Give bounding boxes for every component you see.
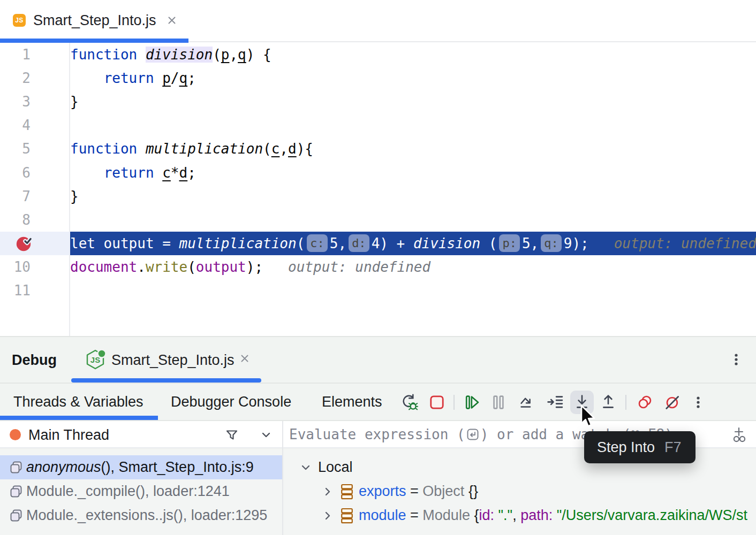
code-line: 11	[0, 279, 756, 302]
more-button[interactable]	[686, 391, 710, 414]
code-lines: 1function division(p,q) {2 return p/q;3}…	[0, 43, 756, 302]
breakpoint-verified-icon[interactable]	[16, 235, 32, 252]
debug-header: Debug JS Smart_Step_Into.js	[0, 336, 756, 384]
mute-breakpoints-button[interactable]	[661, 391, 684, 414]
frames-panel: Main Thread anonymous(), Smart_Step_Into…	[0, 421, 282, 535]
line-number[interactable]: 1	[0, 43, 70, 66]
more-icon	[691, 395, 706, 410]
toolbar-separator	[625, 395, 626, 410]
js-file-icon: JS	[13, 14, 26, 27]
tooltip-label: Step Into	[597, 439, 655, 456]
debug-session-tab-label[interactable]: Smart_Step_Into.js	[111, 352, 235, 369]
parameter-hint-chip: d:	[349, 234, 369, 252]
mouse-cursor	[576, 404, 598, 432]
value-icon	[341, 483, 353, 500]
enter-key-icon	[466, 428, 479, 441]
chevron-right-icon[interactable]	[321, 509, 335, 523]
line-number[interactable]: 5	[0, 137, 70, 160]
step-over-icon	[519, 393, 537, 411]
active-debug-tab-indicator	[0, 416, 158, 420]
view-breakpoints-icon	[636, 393, 654, 411]
parameter-hint-chip: q:	[541, 234, 562, 252]
code-line: 6 return c*d;	[0, 160, 756, 184]
execution-line: let output = multiplication(c:5,d:4) + d…	[0, 232, 756, 255]
variable-row[interactable]: exports = Object {}	[283, 479, 756, 503]
code-line: 3}	[0, 90, 756, 113]
value-icon	[341, 507, 353, 524]
line-number[interactable]: 11	[0, 279, 70, 302]
line-number[interactable]: 10	[0, 255, 70, 279]
tooltip-shortcut: F7	[664, 439, 682, 456]
editor-tab-bar: JS Smart_Step_Into.js	[0, 0, 756, 43]
nodejs-icon: JS	[85, 349, 106, 371]
code-line: 7}	[0, 185, 756, 208]
step-out-icon	[599, 393, 617, 411]
code-line: 8	[0, 208, 756, 232]
filter-icon[interactable]	[224, 427, 239, 442]
active-tab-indicator	[0, 39, 188, 43]
thread-name: Main Thread	[28, 427, 109, 444]
rerun-debugger-icon	[401, 393, 419, 411]
line-number[interactable]: 3	[0, 90, 70, 113]
toolbar-separator	[453, 395, 455, 410]
chevron-right-icon[interactable]	[321, 485, 335, 499]
more-icon[interactable]	[729, 352, 744, 367]
parameter-hint-chip: p:	[499, 234, 520, 252]
resume-icon	[464, 394, 481, 411]
stack-frame-row[interactable]: Module._extensions..js(), loader:1295	[0, 503, 282, 528]
chevron-down-icon[interactable]	[299, 461, 313, 475]
view-breakpoints-button[interactable]	[633, 391, 657, 414]
editor-tab-label: Smart_Step_Into.js	[33, 12, 156, 29]
variable-row[interactable]: module = Module {id: ".", path: "/Users/…	[283, 503, 756, 528]
line-number[interactable]: 8	[0, 208, 70, 232]
close-icon[interactable]	[239, 353, 251, 364]
run-to-cursor-button[interactable]	[543, 391, 567, 414]
line-number[interactable]: 7	[0, 185, 70, 208]
tooltip-step-into: Step Into F7	[584, 431, 695, 463]
active-session-indicator	[71, 378, 261, 383]
rerun-debugger-button[interactable]	[398, 391, 422, 414]
stack-frame-row[interactable]: anonymous(), Smart_Step_Into.js:9	[0, 455, 282, 479]
code-line: 2 return p/q;	[0, 66, 756, 90]
chevron-down-icon[interactable]	[259, 428, 273, 442]
editor-tab-smart-step-into[interactable]: JS Smart_Step_Into.js	[0, 0, 188, 43]
stack-frame-icon	[9, 484, 24, 499]
panel-divider[interactable]	[282, 421, 283, 535]
code-editor[interactable]: 1function division(p,q) {2 return p/q;3}…	[0, 43, 756, 336]
code-line: 1function division(p,q) {	[0, 43, 756, 66]
code-line: 10document.write(output); output: undefi…	[0, 255, 756, 279]
stack-frame-icon	[9, 508, 24, 523]
debug-title: Debug	[12, 352, 57, 369]
thread-selector[interactable]: Main Thread	[0, 421, 282, 448]
code-line: 5function multiplication(c,d){	[0, 137, 756, 160]
code-line: 4	[0, 113, 756, 137]
stop-button[interactable]	[425, 391, 449, 414]
run-to-cursor-icon	[546, 393, 564, 411]
close-icon[interactable]	[166, 14, 178, 26]
stack-frame-icon	[9, 460, 24, 475]
frames-list: anonymous(), Smart_Step_Into.js:9 Module…	[0, 449, 282, 535]
debug-tabs-toolbar: Threads & Variables Debugger Console Ele…	[0, 384, 756, 421]
tab-debugger-console[interactable]: Debugger Console	[171, 394, 291, 410]
tab-threads-variables[interactable]: Threads & Variables	[13, 394, 143, 410]
pause-button[interactable]	[487, 391, 510, 414]
line-number[interactable]: 6	[0, 160, 70, 184]
add-watch-icon[interactable]	[730, 426, 748, 444]
mute-breakpoints-icon	[663, 393, 682, 411]
thread-status-icon	[10, 429, 21, 440]
line-number[interactable]: 4	[0, 113, 70, 137]
line-number[interactable]: 2	[0, 66, 70, 90]
ide-window: JS Smart_Step_Into.js 1function division…	[0, 0, 756, 535]
parameter-hint-chip: c:	[307, 234, 328, 252]
stop-icon	[428, 394, 445, 411]
step-over-button[interactable]	[516, 391, 540, 414]
step-out-button[interactable]	[596, 391, 620, 414]
tab-elements[interactable]: Elements	[322, 394, 382, 410]
line-number[interactable]	[0, 232, 70, 255]
stack-frame-row[interactable]: Module._compile(), loader:1241	[0, 479, 282, 503]
pause-icon	[490, 394, 507, 411]
resume-button[interactable]	[460, 391, 484, 414]
